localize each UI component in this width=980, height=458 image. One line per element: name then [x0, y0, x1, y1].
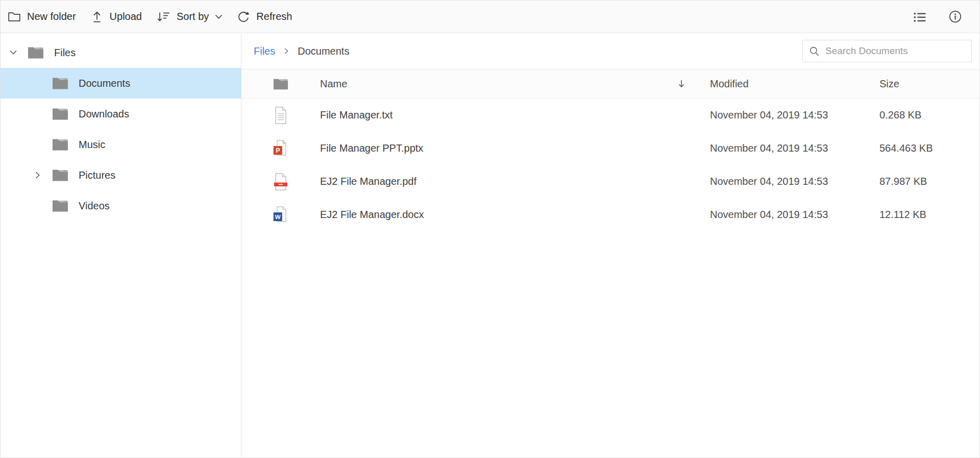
toolbar: New folder Upload Sort by: [1, 1, 979, 33]
sort-by-button[interactable]: Sort by: [149, 5, 230, 29]
chevron-right-icon: [284, 47, 289, 55]
file-modified: November 04, 2019 14:53: [710, 176, 879, 187]
file-size: 0.268 KB: [879, 109, 979, 121]
file-size: 564.463 KB: [879, 142, 979, 154]
search-box: [802, 40, 972, 62]
breadcrumb-root[interactable]: Files: [254, 45, 275, 57]
file-modified: November 04, 2019 14:53: [710, 209, 879, 221]
info-icon[interactable]: [945, 7, 965, 27]
file-row-pptx[interactable]: File Manager PPT.pptx November 04, 2019 …: [241, 132, 979, 165]
new-folder-icon: [8, 10, 21, 23]
details-view-icon[interactable]: [910, 7, 930, 27]
folder-icon: [273, 78, 288, 90]
file-manager-window: New folder Upload Sort by: [0, 0, 980, 458]
sort-icon: [156, 10, 170, 23]
new-folder-label: New folder: [27, 11, 76, 22]
file-modified: November 04, 2019 14:53: [710, 142, 879, 154]
tree-item-label: Documents: [79, 78, 130, 89]
tree-item-music[interactable]: Music: [1, 129, 241, 160]
folder-icon: [28, 46, 44, 59]
column-header-size[interactable]: Size: [879, 78, 979, 90]
tree-item-pictures[interactable]: Pictures: [1, 160, 241, 190]
tree-item-label: Files: [54, 47, 76, 59]
file-size: 87.987 KB: [879, 176, 979, 187]
refresh-label: Refresh: [256, 11, 292, 22]
breadcrumb-current[interactable]: Documents: [298, 45, 349, 57]
sort-arrow-down-icon: [677, 79, 685, 89]
file-name: EJ2 File Manager.docx: [320, 209, 424, 221]
pdf-file-icon: [273, 173, 288, 191]
file-name: File Manager.txt: [320, 109, 393, 121]
tree-item-label: Videos: [79, 200, 110, 212]
new-folder-button[interactable]: New folder: [1, 5, 83, 29]
search-icon: [809, 46, 820, 57]
word-file-icon: [273, 206, 288, 224]
toolbar-right: [910, 7, 965, 27]
upload-button[interactable]: Upload: [83, 5, 149, 29]
file-row-txt[interactable]: File Manager.txt November 04, 2019 14:53…: [241, 99, 979, 132]
refresh-icon: [237, 10, 250, 23]
tree-item-label: Downloads: [79, 108, 129, 120]
file-size: 12.112 KB: [879, 209, 979, 221]
tree-item-documents[interactable]: Documents: [1, 68, 241, 99]
tree-item-label: Music: [79, 139, 105, 151]
file-row-pdf[interactable]: EJ2 File Manager.pdf November 04, 2019 1…: [241, 165, 979, 198]
breadcrumb-bar: Files Documents: [241, 33, 979, 69]
content-panel: Files Documents: [241, 33, 979, 457]
grid-header: Name Modified Size: [241, 69, 979, 99]
tree-item-videos[interactable]: Videos: [1, 190, 241, 221]
folder-icon: [52, 77, 68, 90]
search-input[interactable]: [825, 45, 965, 57]
folder-icon: [52, 168, 68, 182]
file-name: File Manager PPT.pptx: [320, 142, 423, 154]
upload-label: Upload: [110, 11, 142, 22]
tree-item-label: Pictures: [79, 170, 115, 181]
column-header-modified[interactable]: Modified: [710, 78, 879, 90]
txt-file-icon: [273, 106, 288, 125]
folder-icon: [52, 138, 68, 151]
navigation-tree: Files Documents Downloads: [1, 33, 241, 457]
folder-icon: [52, 107, 68, 120]
file-modified: November 04, 2019 14:53: [710, 109, 879, 121]
column-header-name[interactable]: Name: [320, 78, 347, 90]
powerpoint-file-icon: [273, 139, 288, 158]
tree-item-files[interactable]: Files: [1, 37, 241, 68]
chevron-down-icon[interactable]: [6, 50, 21, 56]
file-name: EJ2 File Manager.pdf: [320, 176, 416, 187]
file-list: File Manager.txt November 04, 2019 14:53…: [241, 99, 979, 231]
tree-item-downloads[interactable]: Downloads: [1, 99, 241, 129]
upload-icon: [90, 10, 104, 23]
chevron-right-icon[interactable]: [30, 171, 45, 179]
sort-by-label: Sort by: [177, 11, 209, 22]
folder-icon: [52, 199, 68, 212]
chevron-down-icon: [215, 14, 223, 19]
refresh-button[interactable]: Refresh: [230, 5, 299, 29]
file-row-docx[interactable]: EJ2 File Manager.docx November 04, 2019 …: [241, 198, 979, 231]
